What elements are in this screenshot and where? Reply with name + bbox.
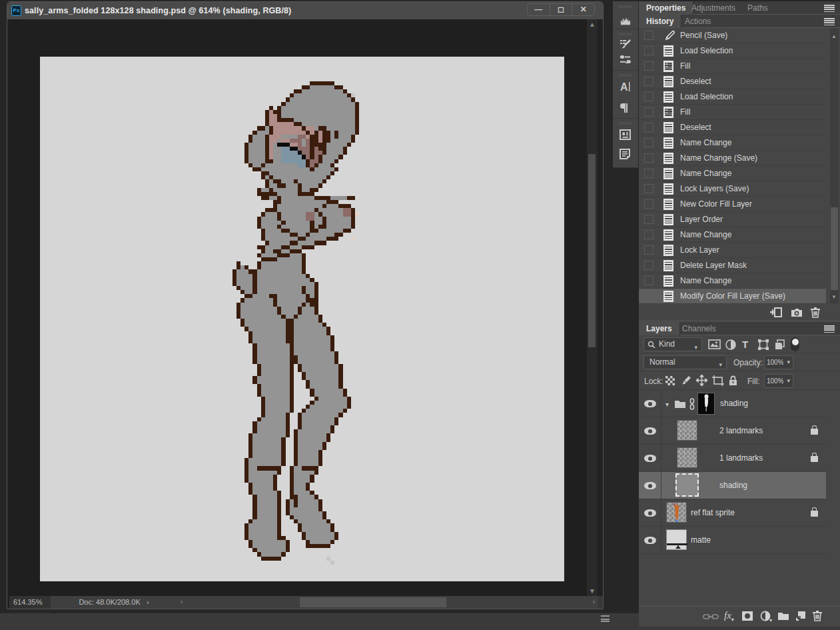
svg-text:A: A [620,81,628,93]
